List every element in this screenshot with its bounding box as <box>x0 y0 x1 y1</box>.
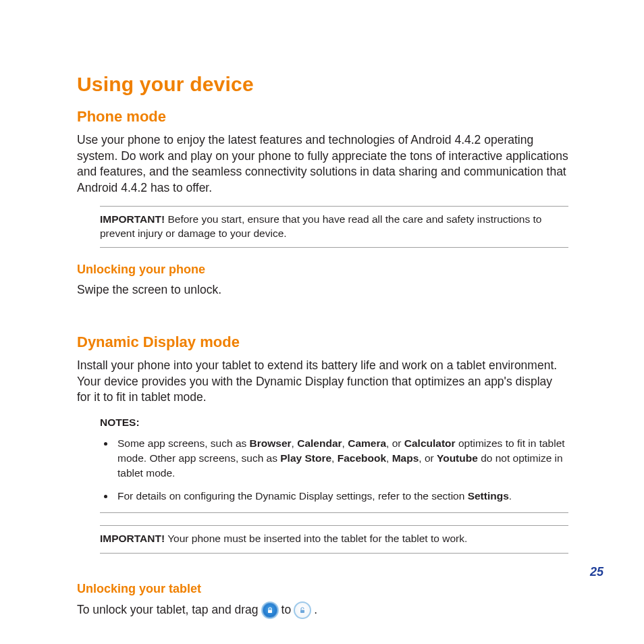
page-number: 25 <box>590 565 603 579</box>
svg-rect-1 <box>300 610 304 613</box>
notes-block: NOTES: Some app screens, such as Browser… <box>100 415 568 513</box>
notes-label: NOTES: <box>100 415 568 430</box>
page-title: Using your device <box>77 73 568 96</box>
section-heading-dynamic-display: Dynamic Display mode <box>77 333 568 351</box>
section-heading-phone-mode: Phone mode <box>77 108 568 126</box>
manual-page: Using your device Phone mode Use your ph… <box>0 0 644 644</box>
important-text: Before you start, ensure that you have r… <box>100 213 541 239</box>
unlock-tablet-text: To unlock your tablet, tap and drag to . <box>77 601 568 619</box>
important-callout-tablet: IMPORTANT! Your phone must be inserted i… <box>100 525 568 553</box>
lock-closed-icon <box>261 601 279 619</box>
svg-rect-0 <box>268 610 272 613</box>
lock-open-icon <box>294 601 311 619</box>
subsection-unlocking-tablet: Unlocking your tablet <box>77 582 568 596</box>
important-label: IMPORTANT! <box>100 213 165 225</box>
subsection-unlocking-phone: Unlocking your phone <box>77 263 568 277</box>
note-item-2: For details on configuring the Dynamic D… <box>115 489 568 504</box>
notes-list: Some app screens, such as Browser, Calen… <box>100 436 568 503</box>
unlock-phone-text: Swipe the screen to unlock. <box>77 282 568 298</box>
important-callout-phone: IMPORTANT! Before you start, ensure that… <box>100 206 568 248</box>
dynamic-display-paragraph: Install your phone into your tablet to e… <box>77 358 568 406</box>
note-item-1: Some app screens, such as Browser, Calen… <box>115 436 568 480</box>
important-text: Your phone must be inserted into the tab… <box>165 533 467 544</box>
important-label: IMPORTANT! <box>100 533 165 544</box>
phone-mode-paragraph: Use your phone to enjoy the latest featu… <box>77 132 568 196</box>
